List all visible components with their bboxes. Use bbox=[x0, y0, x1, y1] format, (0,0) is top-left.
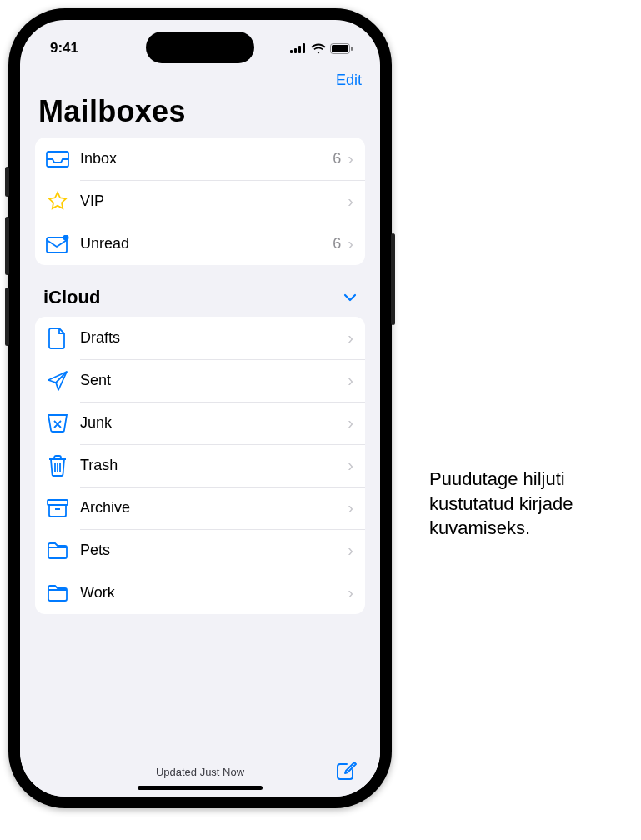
mailbox-label: Unread bbox=[80, 235, 333, 252]
trash-icon bbox=[45, 453, 70, 478]
folder-sent[interactable]: Sent › bbox=[35, 359, 365, 402]
folder-icon bbox=[45, 581, 70, 606]
svg-rect-3 bbox=[303, 43, 305, 53]
folder-label: Trash bbox=[80, 457, 348, 474]
svg-rect-7 bbox=[47, 238, 67, 252]
folder-pets[interactable]: Pets › bbox=[35, 529, 365, 572]
svg-rect-2 bbox=[298, 46, 301, 53]
folder-label: Drafts bbox=[80, 329, 348, 347]
chevron-right-icon: › bbox=[348, 498, 353, 518]
content-scroll[interactable]: Inbox 6 › VIP › Unread 6 bbox=[20, 138, 380, 742]
folder-junk[interactable]: Junk › bbox=[35, 402, 365, 444]
section-title: iCloud bbox=[43, 287, 100, 308]
folder-icon bbox=[45, 538, 70, 563]
mailbox-label: VIP bbox=[80, 192, 348, 210]
folder-work[interactable]: Work › bbox=[35, 572, 365, 614]
status-text: Updated Just Now bbox=[156, 766, 244, 778]
folder-label: Junk bbox=[80, 414, 348, 432]
archive-icon bbox=[45, 496, 70, 521]
inbox-icon bbox=[45, 147, 70, 172]
page-title: Mailboxes bbox=[20, 92, 380, 138]
paperplane-icon bbox=[45, 368, 70, 393]
cellular-icon bbox=[290, 43, 307, 53]
mailbox-vip[interactable]: VIP › bbox=[35, 180, 365, 222]
mailbox-label: Inbox bbox=[80, 150, 333, 168]
svg-point-8 bbox=[63, 235, 69, 241]
svg-rect-6 bbox=[351, 47, 353, 51]
screen: 9:41 Edit Mailboxes bbox=[20, 20, 380, 797]
document-icon bbox=[45, 326, 70, 351]
icloud-folders-group: Drafts › Sent › Junk › bbox=[35, 317, 365, 614]
volume-down-button bbox=[5, 288, 9, 346]
chevron-right-icon: › bbox=[348, 371, 353, 390]
folder-label: Archive bbox=[80, 499, 348, 517]
chevron-right-icon: › bbox=[348, 328, 353, 348]
chevron-down-icon bbox=[343, 293, 357, 302]
smart-mailboxes-group: Inbox 6 › VIP › Unread 6 bbox=[35, 138, 365, 265]
mailbox-unread[interactable]: Unread 6 › bbox=[35, 222, 365, 265]
mailbox-count: 6 bbox=[333, 150, 341, 168]
folder-label: Pets bbox=[80, 542, 348, 559]
chevron-right-icon: › bbox=[348, 192, 353, 211]
svg-rect-5 bbox=[332, 45, 348, 52]
chevron-right-icon: › bbox=[348, 541, 353, 560]
chevron-right-icon: › bbox=[348, 149, 353, 168]
callout-text: Puudutage hiljuti kustutatud kirjade kuv… bbox=[429, 467, 629, 541]
folder-trash[interactable]: Trash › bbox=[35, 444, 365, 487]
volume-up-button bbox=[5, 217, 9, 275]
battery-icon bbox=[330, 43, 353, 54]
star-icon bbox=[45, 189, 70, 214]
compose-button[interactable] bbox=[335, 760, 358, 783]
nav-bar: Edit bbox=[20, 65, 380, 92]
dynamic-island bbox=[146, 32, 254, 63]
svg-rect-9 bbox=[48, 500, 68, 505]
status-indicators bbox=[290, 43, 353, 54]
svg-rect-1 bbox=[294, 48, 297, 53]
mailbox-count: 6 bbox=[333, 235, 341, 252]
power-button bbox=[391, 233, 395, 325]
unread-icon bbox=[45, 232, 70, 257]
status-time: 9:41 bbox=[50, 40, 78, 57]
chevron-right-icon: › bbox=[348, 583, 353, 602]
phone-frame: 9:41 Edit Mailboxes bbox=[8, 8, 392, 808]
home-indicator bbox=[138, 786, 263, 790]
callout-leader-line bbox=[354, 488, 421, 488]
chevron-right-icon: › bbox=[348, 413, 353, 432]
mailbox-inbox[interactable]: Inbox 6 › bbox=[35, 138, 365, 180]
edit-button[interactable]: Edit bbox=[336, 72, 362, 89]
folder-label: Work bbox=[80, 584, 348, 602]
section-header-icloud[interactable]: iCloud bbox=[35, 282, 365, 317]
chevron-right-icon: › bbox=[348, 234, 353, 253]
folder-label: Sent bbox=[80, 372, 348, 389]
silent-switch bbox=[5, 167, 9, 197]
junk-icon bbox=[45, 411, 70, 436]
svg-rect-0 bbox=[290, 50, 293, 53]
folder-archive[interactable]: Archive › bbox=[35, 487, 365, 529]
wifi-icon bbox=[311, 43, 326, 54]
folder-drafts[interactable]: Drafts › bbox=[35, 317, 365, 359]
chevron-right-icon: › bbox=[348, 456, 353, 475]
